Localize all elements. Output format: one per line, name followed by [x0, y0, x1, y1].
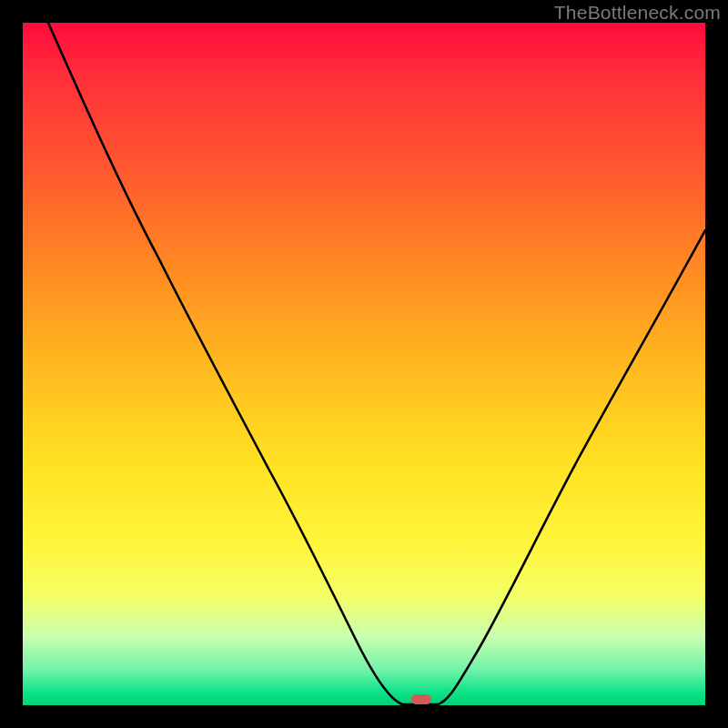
bottleneck-marker	[411, 694, 431, 704]
bottleneck-curve	[48, 23, 705, 704]
chart-frame: TheBottleneck.com	[0, 0, 728, 728]
curve-svg	[23, 23, 705, 705]
plot-area	[23, 23, 705, 705]
watermark-text: TheBottleneck.com	[554, 2, 721, 24]
